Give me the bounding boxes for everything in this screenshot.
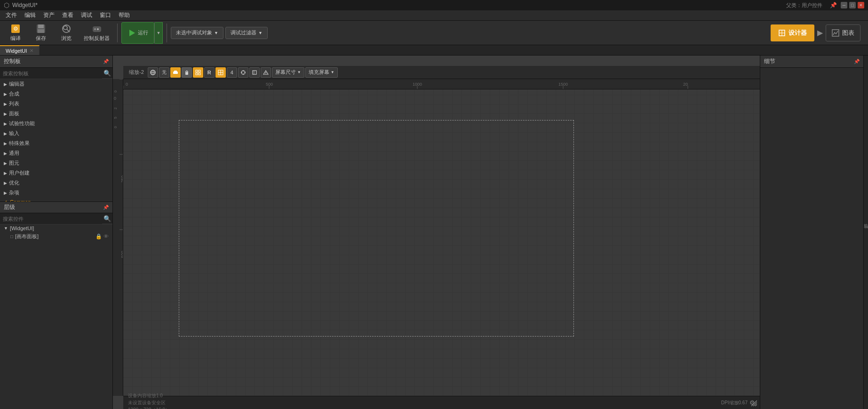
visibility-icon[interactable]: 👁 (104, 233, 109, 240)
toolbar-arrow-icon: ▶ (817, 28, 823, 37)
canvas-world-icon-btn[interactable] (148, 67, 158, 78)
hierarchy-item-canvas-panel[interactable]: □ [画布面板] 🔒 👁 (0, 232, 112, 241)
menu-debug[interactable]: 调试 (77, 10, 96, 20)
debug-filter-button[interactable]: 调试过滤器 (225, 27, 268, 39)
svg-text:500: 500 (266, 82, 273, 87)
category-common-general[interactable]: ▶ 通用 (0, 148, 112, 158)
tab-widget-ui[interactable]: WidgetUI ✕ (0, 45, 40, 55)
menu-view[interactable]: 查看 (58, 10, 77, 20)
compile-button[interactable]: ⚙ 编译 (4, 22, 27, 44)
hierarchy-search-input[interactable] (0, 215, 102, 223)
browse-button[interactable]: 浏览 (55, 22, 78, 44)
category-panel[interactable]: ▶ 面板 (0, 109, 112, 119)
canvas-status-right: DPI缩放0.67 ⚙ (721, 399, 755, 406)
category-experimental[interactable]: ▶ 试验性功能 (0, 119, 112, 128)
svg-text:⚙: ⚙ (13, 25, 18, 32)
main-layout: 控制板 📌 🔍 ▶ 编辑器 ▶ 合成 ▶ 列表 ▶ 面板 (0, 56, 868, 409)
svg-rect-4 (38, 29, 44, 33)
category-composite[interactable]: ▶ 合成 (0, 89, 112, 99)
designer-button[interactable]: 设计器 (771, 24, 814, 41)
secondary-tab-bar: WidgetUI ✕ (0, 45, 868, 56)
category-misc[interactable]: ▶ 杂项 (0, 188, 112, 198)
hierarchy-item-icons: 🔒 👁 (96, 233, 109, 240)
canvas-snap-btn[interactable] (215, 67, 226, 78)
canvas-crosshair-btn[interactable] (238, 67, 248, 78)
warning-icon (263, 70, 269, 75)
category-arrow-icon: ▶ (4, 82, 7, 87)
ue-logo-icon: ⬡ (4, 1, 9, 9)
canvas-none-btn[interactable]: 无 (159, 67, 169, 78)
category-arrow-icon: ▶ (4, 191, 7, 195)
toolbar-sep-2 (167, 24, 167, 42)
category-special-effects[interactable]: ▶ 特殊效果 (0, 138, 112, 148)
run-group: 运行 ▼ (121, 22, 163, 44)
svg-rect-26 (199, 73, 200, 75)
category-arrow-icon: ▶ (4, 181, 7, 185)
title-bar: ⬡ WidgetUI* 父类：用户控件 📌 ─ □ ✕ (0, 0, 868, 10)
canvas-status-left: 设备内容缩放1.0 未设置设备安全区 1280 x 720（16:9） (128, 393, 170, 409)
palette-search-button[interactable]: 🔍 (102, 68, 112, 79)
canvas-warning-btn[interactable] (261, 67, 271, 78)
palette-search-row: 🔍 (0, 68, 112, 79)
category-editor[interactable]: ▶ 编辑器 (0, 79, 112, 89)
hierarchy-item-widgetui[interactable]: ▼ [WidgetUI] (0, 225, 112, 232)
canvas-orange-btn1[interactable] (170, 67, 181, 78)
palette-search-input[interactable] (0, 70, 102, 77)
category-primitives[interactable]: ▶ 图元 (0, 158, 112, 168)
maximize-button[interactable]: □ (849, 2, 856, 8)
category-arrow-icon: ▶ (4, 151, 7, 156)
canvas-status-bar: 设备内容缩放1.0 未设置设备安全区 1280 x 720（16:9） DPI缩… (123, 396, 760, 409)
toolbar: ⚙ 编译 保存 浏览 (0, 21, 868, 45)
debug-target-button[interactable]: 未选中调试对象 (171, 27, 223, 39)
run-dropdown-button[interactable]: ▼ (154, 22, 163, 44)
pin-icon[interactable]: 📌 (830, 2, 837, 8)
menu-window[interactable]: 窗口 (96, 10, 115, 20)
compile-icon: ⚙ (10, 24, 21, 34)
hierarchy-search-button[interactable]: 🔍 (102, 214, 112, 224)
hierarchy-pin-icon[interactable]: 📌 (103, 205, 109, 210)
top-right-toolbar: 设计器 ▶ 图表 (771, 24, 864, 41)
menu-bar: 文件 编辑 资产 查看 调试 窗口 帮助 (0, 10, 868, 21)
canvas-lock-btn[interactable] (182, 67, 192, 78)
window-controls: ─ □ ✕ (841, 2, 864, 8)
category-user-created[interactable]: ▶ 用户创建 (0, 168, 112, 178)
lock-icon[interactable]: 🔒 (96, 233, 102, 240)
canvas-r-btn[interactable]: R (204, 67, 215, 78)
grid-icon (195, 70, 201, 75)
svg-point-9 (94, 28, 96, 30)
category-optimize[interactable]: ▶ 优化 (0, 178, 112, 188)
run-button[interactable]: 运行 (121, 22, 154, 44)
canvas-size-btn[interactable] (249, 67, 260, 78)
controller-reflector-button[interactable]: 控制反射器 (80, 22, 113, 44)
canvas-grid-btn[interactable] (193, 67, 203, 78)
save-button[interactable]: 保存 (29, 22, 53, 44)
minimize-button[interactable]: ─ (841, 2, 847, 8)
controller-icon (91, 24, 103, 34)
canvas-area: 缩放-2 无 (113, 56, 760, 409)
category-common[interactable]: ▼ Common (0, 198, 112, 201)
tab-close-icon[interactable]: ✕ (30, 48, 33, 53)
vertical-ruler: 0 0 250 500 0 2 5 0 (113, 79, 123, 396)
screen-size-dropdown[interactable]: 屏幕尺寸 (272, 67, 304, 78)
svg-line-59 (755, 404, 757, 406)
svg-rect-21 (174, 71, 177, 72)
canvas-num-btn[interactable]: 4 (227, 67, 237, 78)
menu-assets[interactable]: 资产 (40, 10, 58, 20)
menu-edit[interactable]: 编辑 (21, 10, 40, 20)
menu-help[interactable]: 帮助 (115, 10, 134, 20)
menu-file[interactable]: 文件 (2, 10, 21, 20)
details-pin-icon[interactable]: 📌 (854, 59, 860, 64)
fill-screen-dropdown[interactable]: 填充屏幕 (305, 67, 338, 78)
close-button[interactable]: ✕ (858, 2, 864, 8)
category-input[interactable]: ▶ 输入 (0, 128, 112, 138)
canvas-content[interactable] (123, 89, 760, 396)
lock-icon-canvas (184, 70, 190, 75)
hierarchy-header: 层级 📌 (0, 202, 112, 213)
svg-text:0: 0 (114, 96, 116, 101)
canvas-viewport (179, 120, 574, 337)
orange-icon1 (173, 70, 178, 75)
category-arrow-icon: ▶ (4, 102, 7, 106)
category-list[interactable]: ▶ 列表 (0, 99, 112, 109)
graph-button[interactable]: 图表 (826, 24, 860, 41)
palette-pin-icon[interactable]: 📌 (103, 59, 109, 64)
